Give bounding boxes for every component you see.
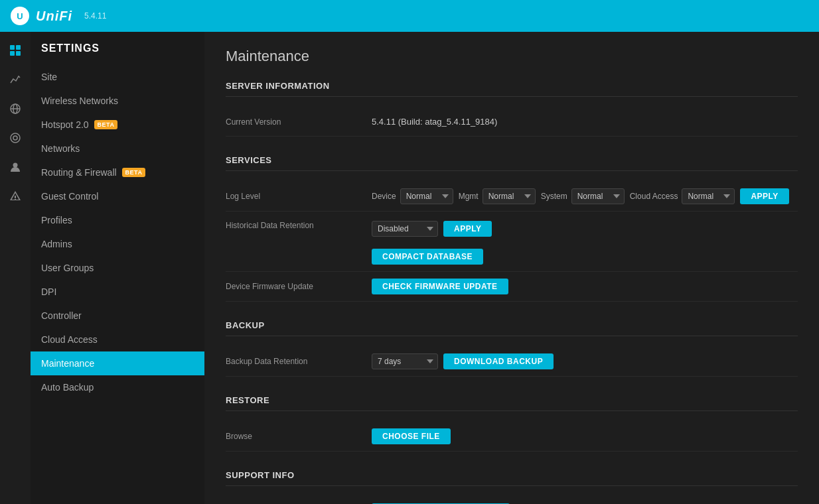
services-header: SERVICES: [226, 155, 798, 171]
backup-retention-select[interactable]: 1 day 3 days 7 days 14 days 30 days: [372, 353, 438, 369]
svg-point-9: [13, 163, 18, 168]
logo-area: U UniFi 5.4.11: [11, 7, 106, 25]
server-info-section: SERVER INFORMATION Current Version 5.4.1…: [226, 81, 798, 137]
page-title: Maintenance: [226, 48, 798, 65]
firmware-update-label: Device Firmware Update: [226, 282, 372, 291]
content-area: Maintenance SERVER INFORMATION Current V…: [204, 32, 819, 504]
download-backup-button[interactable]: DOWNLOAD BACKUP: [443, 353, 554, 369]
services-section: SERVICES Log Level Device Normal Debug V…: [226, 155, 798, 302]
sidebar-icon-alerts[interactable]: [3, 184, 27, 208]
backup-retention-label: Backup Data Retention: [226, 357, 372, 366]
sidebar-item-admins[interactable]: Admins: [31, 232, 204, 256]
main-layout: SETTINGS Site Wireless Networks Hotspot …: [0, 32, 819, 504]
system-log-label: System: [541, 192, 567, 201]
backup-retention-controls: 1 day 3 days 7 days 14 days 30 days DOWN…: [372, 353, 554, 369]
sidebar-item-profiles[interactable]: Profiles: [31, 208, 204, 232]
sidebar-item-controller[interactable]: Controller: [31, 304, 204, 328]
restore-browse-controls: CHOOSE FILE: [372, 428, 451, 444]
svg-point-7: [11, 133, 20, 143]
current-version-row: Current Version 5.4.11 (Build: atag_5.4.…: [226, 107, 798, 137]
sidebar-item-hotspot[interactable]: Hotspot 2.0 BETA: [31, 113, 204, 137]
device-log-group: Device Normal Debug Verbose: [372, 188, 453, 204]
sidebar-item-dpi[interactable]: DPI: [31, 280, 204, 304]
icon-sidebar: [0, 32, 31, 504]
topbar: U UniFi 5.4.11: [0, 0, 819, 32]
restore-browse-row: Browse CHOOSE FILE: [226, 422, 798, 452]
sidebar-icon-devices[interactable]: [3, 126, 27, 150]
backup-section: BACKUP Backup Data Retention 1 day 3 day…: [226, 320, 798, 377]
sidebar-title: SETTINGS: [31, 42, 204, 65]
cloud-access-log-group: Cloud Access Normal Debug Verbose: [630, 188, 735, 204]
cloud-access-log-select[interactable]: Normal Debug Verbose: [682, 188, 735, 204]
nav-sidebar: SETTINGS Site Wireless Networks Hotspot …: [31, 32, 204, 504]
hotspot-beta-badge: BETA: [94, 120, 118, 129]
mgmt-log-select[interactable]: Normal Debug Verbose: [483, 188, 536, 204]
sidebar-item-user-groups[interactable]: User Groups: [31, 256, 204, 280]
backup-retention-row: Backup Data Retention 1 day 3 days 7 day…: [226, 347, 798, 377]
support-info-section: SUPPORT INFO Download DOWNLOAD SUPPORT I…: [226, 470, 798, 504]
historical-data-row: Historical Data Retention Disabled 7 day…: [226, 212, 798, 272]
sidebar-item-guest-control[interactable]: Guest Control: [31, 184, 204, 208]
mgmt-log-label: Mgmt: [459, 192, 479, 201]
svg-rect-2: [10, 51, 15, 56]
svg-rect-10: [15, 196, 16, 198]
svg-rect-11: [15, 199, 16, 200]
device-log-label: Device: [372, 192, 396, 201]
routing-beta-badge: BETA: [122, 168, 146, 177]
sidebar-item-cloud-access[interactable]: Cloud Access: [31, 328, 204, 351]
check-firmware-button[interactable]: CHECK FIRMWARE UPDATE: [372, 279, 508, 294]
historical-data-select[interactable]: Disabled 7 days 14 days 30 days 90 days: [372, 221, 438, 237]
choose-file-button[interactable]: CHOOSE FILE: [372, 428, 451, 444]
cloud-access-log-label: Cloud Access: [630, 192, 678, 201]
firmware-update-controls: CHECK FIRMWARE UPDATE: [372, 279, 508, 294]
restore-section: RESTORE Browse CHOOSE FILE: [226, 395, 798, 452]
sidebar-item-auto-backup[interactable]: Auto Backup: [31, 375, 204, 399]
system-log-select[interactable]: Normal Debug Verbose: [571, 188, 625, 204]
svg-rect-3: [16, 51, 21, 56]
backup-header: BACKUP: [226, 320, 798, 336]
support-info-header: SUPPORT INFO: [226, 470, 798, 486]
restore-browse-label: Browse: [226, 432, 372, 441]
svg-rect-1: [16, 45, 21, 50]
log-level-controls: Device Normal Debug Verbose Mgmt Normal …: [372, 188, 789, 204]
sidebar-item-wireless-networks[interactable]: Wireless Networks: [31, 89, 204, 113]
log-level-row: Log Level Device Normal Debug Verbose Mg…: [226, 182, 798, 212]
system-log-group: System Normal Debug Verbose: [541, 188, 625, 204]
historical-data-controls: Disabled 7 days 14 days 30 days 90 days …: [372, 221, 492, 265]
sidebar-item-routing-firewall[interactable]: Routing & Firewall BETA: [31, 160, 204, 184]
current-version-value: 5.4.11 (Build: atag_5.4.11_9184): [372, 117, 798, 127]
sidebar-icon-dashboard[interactable]: [3, 38, 27, 62]
historical-data-apply-button[interactable]: APPLY: [443, 221, 492, 237]
support-download-row: Download DOWNLOAD SUPPORT INFO: [226, 497, 798, 504]
sidebar-item-maintenance[interactable]: Maintenance: [31, 351, 204, 375]
sidebar-item-networks[interactable]: Networks: [31, 137, 204, 160]
log-level-apply-button[interactable]: APPLY: [740, 188, 788, 204]
compact-database-button[interactable]: COMPACT DATABASE: [372, 249, 483, 265]
svg-point-8: [13, 136, 17, 140]
version-text: 5.4.11: [84, 11, 106, 21]
firmware-update-row: Device Firmware Update CHECK FIRMWARE UP…: [226, 272, 798, 302]
sidebar-icon-clients[interactable]: [3, 155, 27, 179]
server-info-header: SERVER INFORMATION: [226, 81, 798, 97]
logo-text: UniFi: [36, 9, 72, 24]
sidebar-icon-map[interactable]: [3, 97, 27, 121]
current-version-label: Current Version: [226, 117, 372, 127]
historical-data-label: Historical Data Retention: [226, 221, 372, 230]
logo-icon: U: [11, 7, 29, 25]
sidebar-item-site[interactable]: Site: [31, 65, 204, 89]
log-level-label: Log Level: [226, 192, 372, 201]
mgmt-log-group: Mgmt Normal Debug Verbose: [459, 188, 536, 204]
svg-rect-0: [10, 45, 15, 50]
sidebar-icon-stats[interactable]: [3, 68, 27, 92]
restore-header: RESTORE: [226, 395, 798, 411]
device-log-select[interactable]: Normal Debug Verbose: [400, 188, 453, 204]
